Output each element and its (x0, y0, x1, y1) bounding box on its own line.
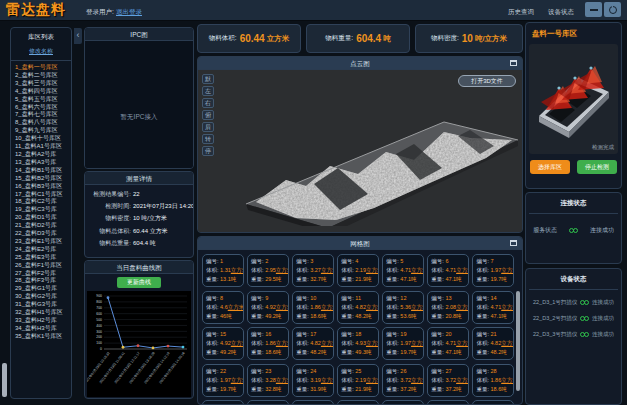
grid-cell[interactable]: 编号: 1体积: 1.31立方米重量: 13.1吨 (202, 254, 244, 287)
grid-cell[interactable]: 编号: 8体积: 4.6立方米重量: 46吨 (202, 291, 244, 324)
view-button-1[interactable]: 默 (202, 74, 214, 84)
grid-cell[interactable]: 编号: 32体积: 重量: (337, 400, 379, 405)
sidebar-item-store-16[interactable]: 16_盘料B3号库区 (15, 183, 71, 191)
open-3d-file-button[interactable]: 打开3D文件 (458, 75, 516, 87)
grid-cell[interactable]: 编号: 16体积: 1.86立方米重量: 18.6吨 (247, 327, 289, 360)
grid-cell[interactable]: 编号: 31体积: 重量: (292, 400, 334, 405)
sidebar-item-store-32[interactable]: 32_盘料H1号库区 (15, 309, 71, 317)
grid-cell[interactable]: 编号: 13体积: 2.08立方米重量: 20.8吨 (427, 291, 469, 324)
chart-tick-label: 2021年07月23日 14:12:19 (143, 351, 170, 385)
device-row: 22_D3_2号扫描仪连接成功 (526, 315, 621, 322)
grid-cell[interactable]: 编号: 9体积: 4.92立方米重量: 49.2吨 (247, 291, 289, 324)
sidebar-item-store-15[interactable]: 15_盘料B2号库区 (15, 175, 71, 183)
view-button-3[interactable]: 右 (202, 98, 214, 108)
grid-cell[interactable]: 编号: 7体积: 1.97立方米重量: 19.7吨 (472, 254, 514, 287)
sidebar-item-store-24[interactable]: 24_盘料E2号库 (15, 246, 71, 254)
sidebar-item-store-14[interactable]: 14_盘料B1号库区 (15, 167, 71, 175)
grid-cell[interactable]: 编号: 23体积: 3.28立方米重量: 32.8吨 (247, 364, 289, 397)
chart-element (167, 345, 170, 348)
minimize-button[interactable] (585, 2, 602, 17)
nav-device-status[interactable]: 设备状态 (548, 8, 574, 17)
view-button-7[interactable]: 停 (202, 146, 214, 156)
sidebar-item-store-5[interactable]: 5_盘料五号库区 (15, 96, 71, 104)
chart-tick-label: 200 (96, 335, 102, 339)
sidebar-item-store-35[interactable]: 35_盘料K1号库区 (15, 333, 71, 341)
stop-detect-button[interactable]: 停止检测 (577, 160, 617, 174)
update-curve-button[interactable]: 更新曲线 (117, 277, 161, 288)
sidebar-item-store-9[interactable]: 9_盘料九号库区 (15, 127, 71, 135)
grid-cell[interactable]: 编号: 33体积: 重量: (382, 400, 424, 405)
view-button-6[interactable]: 转 (202, 134, 214, 144)
sidebar-item-store-10[interactable]: 10_盘料十号库区 (15, 135, 71, 143)
sidebar-item-store-26[interactable]: 26_盘料F1号库区 (15, 262, 71, 270)
grid-cell[interactable]: 编号: 24体积: 3.19立方米重量: 31.9吨 (292, 364, 334, 397)
grid-cell[interactable]: 编号: 35体积: 重量: (472, 400, 514, 405)
minimize-icon (590, 9, 598, 11)
point-cloud-view[interactable]: 打开3D文件 默左右俯后转停 (198, 70, 522, 232)
sidebar-item-store-25[interactable]: 25_盘料E3号库 (15, 254, 71, 262)
power-button[interactable] (604, 2, 621, 17)
select-store-button[interactable]: 选择库区 (530, 160, 570, 174)
rename-link[interactable]: 修改名称 (11, 42, 71, 61)
grid-cell-volume: 体积: 2.95立方米 (251, 266, 288, 275)
grid-cell[interactable]: 编号: 12体积: 5.36立方米重量: 53.6吨 (382, 291, 424, 324)
sidebar-scrollbar[interactable] (2, 363, 7, 397)
grid-cell[interactable]: 编号: 14体积: 4.71立方米重量: 47.1吨 (472, 291, 514, 324)
sidebar-item-store-31[interactable]: 31_盘料G3号库 (15, 301, 71, 309)
collapse-sidebar-button[interactable]: ‹ (74, 28, 82, 44)
grid-cell[interactable]: 编号: 25体积: 2.19立方米重量: 21.9吨 (337, 364, 379, 397)
sidebar-item-store-2[interactable]: 2_盘料二号库区 (15, 72, 71, 80)
ipc-panel-title: IPC图 (85, 28, 193, 41)
view-button-4[interactable]: 俯 (202, 110, 214, 120)
sidebar-item-store-21[interactable]: 21_盘料D2号库 (15, 222, 71, 230)
grid-cell[interactable]: 编号: 10体积: 1.86立方米重量: 18.6吨 (292, 291, 334, 324)
grid-cell-id: 编号: 22 (206, 367, 243, 376)
grid-cell-volume: 体积: 1.86立方米 (476, 376, 513, 385)
view-button-5[interactable]: 后 (202, 122, 214, 132)
grid-cell[interactable]: 编号: 29体积: 重量: (202, 400, 244, 405)
sidebar-item-store-22[interactable]: 22_盘料D3号库 (15, 230, 71, 238)
measurement-panel: 测量详情 检测结果编号:22检测时间:2021年07月23日 14:20:16物… (84, 171, 194, 258)
grid-cell[interactable]: 编号: 26体积: 3.72立方米重量: 37.2吨 (382, 364, 424, 397)
sidebar-item-store-11[interactable]: 11_盘料A1号库区 (15, 143, 71, 151)
grid-cell[interactable]: 编号: 21体积: 4.82立方米重量: 48.2吨 (472, 327, 514, 360)
sidebar-item-store-12[interactable]: 12_盘料A2号库 (15, 151, 71, 159)
grid-cell[interactable]: 编号: 15体积: 4.92立方米重量: 49.2吨 (202, 327, 244, 360)
grid-cell[interactable]: 编号: 4体积: 2.19立方米重量: 21.9吨 (337, 254, 379, 287)
window-expand-icon[interactable] (510, 60, 517, 66)
grid-cell[interactable]: 编号: 3体积: 3.27立方米重量: 32.7吨 (292, 254, 334, 287)
view-button-2[interactable]: 左 (202, 86, 214, 96)
sidebar-item-store-20[interactable]: 20_盘料D1号库 (15, 214, 71, 222)
sidebar-item-store-33[interactable]: 33_盘料H2号库 (15, 317, 71, 325)
grid-cell-volume: 体积: 1.86立方米 (251, 339, 288, 348)
window-expand-icon[interactable] (510, 240, 517, 246)
sidebar-item-store-23[interactable]: 23_盘料E1号库区 (15, 238, 71, 246)
grid-cell-weight-value: 31.9吨 (310, 386, 326, 392)
sidebar-item-store-34[interactable]: 34_盘料H3号库 (15, 325, 71, 333)
grid-cell-volume-value: 1.86立方米 (310, 304, 334, 310)
grid-cell[interactable]: 编号: 11体积: 4.82立方米重量: 48.2吨 (337, 291, 379, 324)
grid-cell[interactable]: 编号: 20体积: 4.71立方米重量: 47.1吨 (427, 327, 469, 360)
grid-cell[interactable]: 编号: 17体积: 4.82立方米重量: 48.2吨 (292, 327, 334, 360)
grid-cell[interactable]: 编号: 34体积: 重量: (427, 400, 469, 405)
grid-cell[interactable]: 编号: 27体积: 3.72立方米重量: 37.2吨 (427, 364, 469, 397)
grid-cell[interactable]: 编号: 28体积: 1.86立方米重量: 18.6吨 (472, 364, 514, 397)
sidebar-item-store-30[interactable]: 30_盘料G2号库 (15, 293, 71, 301)
logout-link[interactable]: 退出登录 (116, 8, 142, 17)
grid-cell[interactable]: 编号: 2体积: 2.95立方米重量: 29.5吨 (247, 254, 289, 287)
nav-history-query[interactable]: 历史查询 (508, 8, 534, 17)
grid-cell[interactable]: 编号: 6体积: 4.71立方米重量: 47.1吨 (427, 254, 469, 287)
grid-cell[interactable]: 编号: 22体积: 1.97立方米重量: 19.7吨 (202, 364, 244, 397)
grid-cell[interactable]: 编号: 19体积: 1.97立方米重量: 19.7吨 (382, 327, 424, 360)
sidebar-item-store-3[interactable]: 3_盘料三号库区 (15, 80, 71, 88)
grid-cell[interactable]: 编号: 30体积: 重量: (247, 400, 289, 405)
grid-cell-id-value: 13 (445, 295, 451, 301)
grid-scrollbar[interactable] (516, 291, 520, 391)
sidebar-item-store-13[interactable]: 13_盘料A3号库 (15, 159, 71, 167)
sidebar-item-store-1[interactable]: 1_盘料一号库区 (15, 64, 71, 72)
grid-cell-volume: 体积: 4.92立方米 (206, 339, 243, 348)
grid-cell[interactable]: 编号: 18体积: 4.93立方米重量: 49.3吨 (337, 327, 379, 360)
grid-cell[interactable]: 编号: 5体积: 4.71立方米重量: 47.1吨 (382, 254, 424, 287)
grid-cell-weight: 重量: 19.7吨 (206, 385, 243, 394)
sidebar-item-store-4[interactable]: 4_盘料四号库区 (15, 88, 71, 96)
